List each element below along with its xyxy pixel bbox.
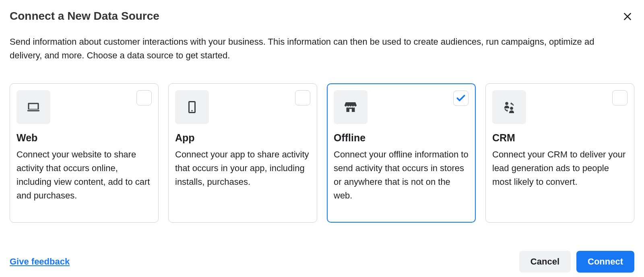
- card-icon-container: [175, 90, 209, 124]
- mobile-icon: [185, 100, 199, 114]
- card-title: Web: [17, 132, 152, 144]
- card-description: Connect your CRM to deliver your lead ge…: [492, 148, 627, 189]
- option-card-app[interactable]: App Connect your app to share activity t…: [168, 83, 317, 223]
- svg-point-3: [510, 107, 513, 110]
- check-icon: [456, 93, 466, 103]
- card-title: Offline: [334, 132, 469, 144]
- option-checkbox[interactable]: [295, 90, 310, 105]
- option-card-web[interactable]: Web Connect your website to share activi…: [10, 83, 159, 223]
- card-title: App: [175, 132, 310, 144]
- option-checkbox[interactable]: [136, 90, 152, 105]
- connect-button[interactable]: Connect: [576, 251, 634, 273]
- close-button[interactable]: [621, 10, 634, 25]
- data-source-options: Web Connect your website to share activi…: [10, 83, 634, 223]
- store-icon: [343, 100, 358, 114]
- option-checkbox[interactable]: [453, 91, 469, 106]
- card-description: Connect your offline information to send…: [334, 148, 469, 203]
- cancel-button[interactable]: Cancel: [519, 251, 571, 273]
- card-description: Connect your website to share activity t…: [17, 148, 152, 203]
- laptop-icon: [26, 100, 41, 114]
- dialog-description: Send information about customer interact…: [10, 35, 605, 62]
- option-checkbox[interactable]: [612, 90, 627, 105]
- card-title: CRM: [492, 132, 627, 144]
- card-icon-container: [492, 90, 526, 124]
- close-icon: [622, 11, 633, 22]
- card-description: Connect your app to share activity that …: [175, 148, 310, 189]
- svg-point-2: [505, 102, 508, 105]
- dialog-title: Connect a New Data Source: [10, 10, 159, 23]
- option-card-offline[interactable]: Offline Connect your offline information…: [327, 83, 476, 223]
- card-icon-container: [17, 90, 50, 124]
- option-card-crm[interactable]: CRM Connect your CRM to deliver your lea…: [485, 83, 634, 223]
- card-icon-container: [334, 90, 367, 124]
- people-sync-icon: [502, 100, 516, 114]
- give-feedback-link[interactable]: Give feedback: [10, 256, 70, 267]
